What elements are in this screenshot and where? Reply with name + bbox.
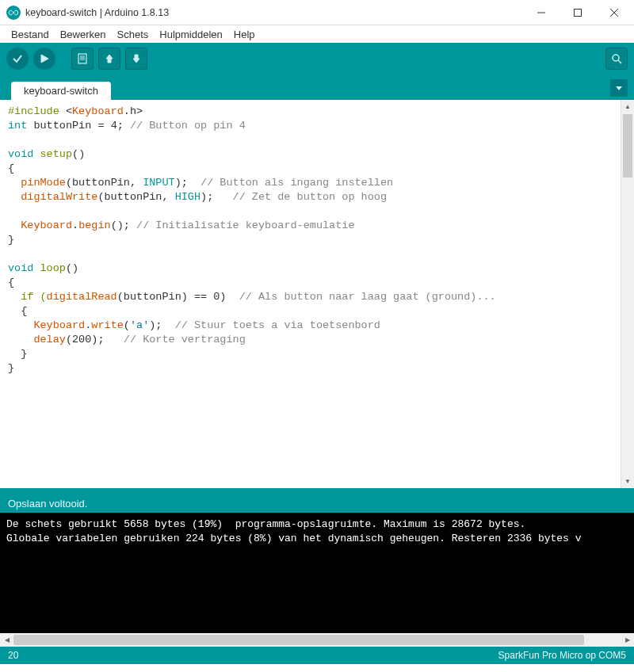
scroll-down-icon[interactable]: ▼ [621,475,634,488]
tabbar: keyboard-switch [0,74,634,100]
svg-marker-10 [133,55,139,63]
menubar: Bestand Bewerken Schets Hulpmiddelen Hel… [0,25,634,43]
console-hscrollbar[interactable]: ◀ ▶ [0,633,634,647]
svg-marker-9 [106,55,113,63]
svg-rect-5 [78,54,86,63]
menu-help[interactable]: Help [229,28,260,41]
toolbar [0,43,634,74]
close-button[interactable] [596,0,632,25]
upload-button[interactable] [33,48,55,70]
titlebar: keyboard-switch | Arduino 1.8.13 [0,0,634,25]
menu-sketch[interactable]: Schets [113,28,154,41]
window-title: keyboard-switch | Arduino 1.8.13 [25,7,169,18]
status-strip: Opslaan voltooid. [0,494,634,513]
menu-edit[interactable]: Bewerken [55,28,111,41]
maximize-button[interactable] [560,0,596,25]
app-icon [6,6,21,20]
status-message: Opslaan voltooid. [8,498,87,510]
svg-line-12 [618,60,621,63]
console-output[interactable]: De schets gebruikt 5658 bytes (19%) prog… [0,513,634,633]
svg-point-11 [613,55,619,61]
svg-rect-1 [575,9,582,16]
scroll-up-icon[interactable]: ▲ [621,100,634,113]
new-button[interactable] [71,48,94,70]
serial-monitor-button[interactable] [605,48,628,70]
tab-menu-button[interactable] [610,79,628,97]
console-line: De schets gebruikt 5658 bytes (19%) prog… [6,518,525,530]
divider[interactable] [0,488,634,494]
board-port: SparkFun Pro Micro op COM5 [498,650,626,661]
svg-marker-13 [616,86,622,90]
scroll-left-icon[interactable]: ◀ [0,633,13,647]
line-number: 20 [8,650,18,661]
menu-tools[interactable]: Hulpmiddelen [155,28,227,41]
open-button[interactable] [98,48,120,70]
footer-bar: 20 SparkFun Pro Micro op COM5 [0,647,634,664]
scroll-thumb[interactable] [623,114,632,178]
hscroll-thumb[interactable] [13,635,584,645]
minimize-button[interactable] [523,0,560,25]
tab-keyboard-switch[interactable]: keyboard-switch [11,82,111,100]
scroll-right-icon[interactable]: ▶ [621,633,634,647]
menu-file[interactable]: Bestand [6,28,54,41]
verify-button[interactable] [6,48,29,70]
svg-marker-4 [41,55,48,63]
console-line: Globale variabelen gebruiken 224 bytes (… [6,533,582,544]
editor-vscrollbar[interactable]: ▲ ▼ [621,100,634,488]
editor-area: #include <Keyboard.h> int buttonPin = 4;… [0,100,634,488]
save-button[interactable] [125,48,147,70]
code-editor[interactable]: #include <Keyboard.h> int buttonPin = 4;… [0,100,621,488]
